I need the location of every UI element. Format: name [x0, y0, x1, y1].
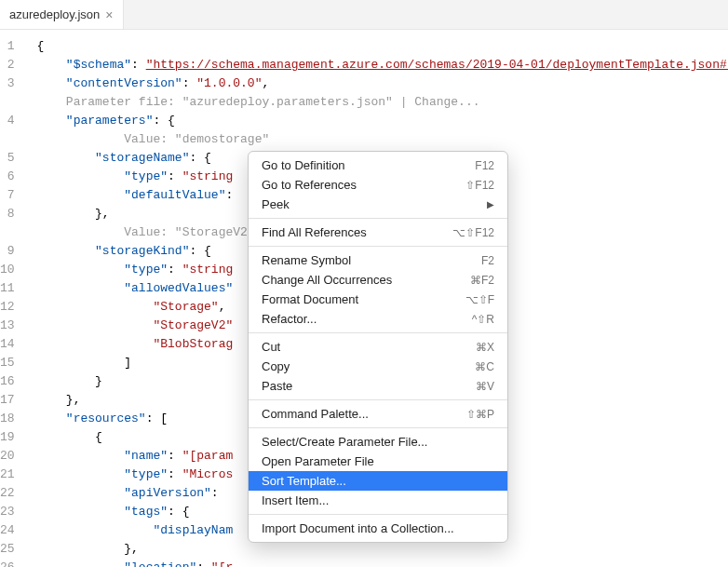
menu-item[interactable]: Peek▶ [249, 195, 507, 214]
menu-item-label: Cut [262, 340, 280, 354]
line-number: 3 [0, 74, 15, 93]
menu-item[interactable]: Command Palette...⇧⌘P [249, 404, 507, 424]
close-icon[interactable]: × [105, 7, 113, 22]
menu-shortcut: ^⇧R [472, 313, 494, 326]
menu-shortcut: F12 [475, 159, 494, 172]
line-number: 20 [0, 447, 15, 466]
menu-item[interactable]: Go to References⇧F12 [249, 175, 507, 195]
menu-item-label: Sort Template... [262, 474, 346, 488]
line-number: 2 [0, 56, 15, 74]
code-line[interactable]: Value: "demostorage" [37, 130, 728, 149]
line-number [0, 130, 15, 149]
menu-separator [249, 218, 507, 219]
line-number: 14 [0, 335, 15, 354]
line-number: 24 [0, 521, 15, 540]
menu-shortcut: ⇧⌘P [466, 408, 494, 421]
menu-shortcut: ⌥⇧F [465, 293, 494, 306]
code-line[interactable]: { [37, 37, 728, 56]
menu-separator [249, 332, 507, 333]
tab-title: azuredeploy.json [9, 7, 100, 21]
menu-item[interactable]: Refactor...^⇧R [249, 309, 507, 329]
menu-item-label: Insert Item... [262, 493, 329, 507]
line-number: 4 [0, 112, 15, 130]
menu-item-label: Rename Symbol [262, 253, 351, 267]
code-line[interactable]: "parameters": { [37, 112, 728, 130]
menu-separator [249, 246, 507, 247]
line-number: 26 [0, 559, 15, 567]
menu-item[interactable]: Select/Create Parameter File... [249, 432, 507, 452]
menu-item[interactable]: Sort Template... [249, 471, 507, 491]
line-number: 19 [0, 428, 15, 447]
tab-azuredeploy[interactable]: azuredeploy.json × [0, 0, 124, 29]
menu-item-label: Refactor... [262, 312, 317, 326]
menu-item[interactable]: Format Document⌥⇧F [249, 290, 507, 309]
line-number: 10 [0, 261, 15, 279]
line-number: 7 [0, 186, 15, 205]
menu-shortcut: ⌘V [476, 380, 494, 393]
line-gutter: 1234567891011121314151617181920212223242… [0, 30, 30, 567]
code-line[interactable]: Parameter file: "azuredeploy.parameters.… [37, 93, 728, 112]
menu-shortcut: ⌘F2 [470, 274, 494, 287]
menu-shortcut: ⌥⇧F12 [452, 226, 494, 239]
menu-item[interactable]: Paste⌘V [249, 376, 507, 396]
tab-bar: azuredeploy.json × [0, 0, 728, 30]
menu-item[interactable]: Cut⌘X [249, 337, 507, 357]
menu-item-label: Paste [262, 379, 292, 393]
menu-item-label: Select/Create Parameter File... [262, 435, 427, 449]
line-number: 8 [0, 205, 15, 223]
menu-item[interactable]: Copy⌘C [249, 357, 507, 376]
menu-item[interactable]: Import Document into a Collection... [249, 519, 507, 538]
line-number: 16 [0, 372, 15, 391]
menu-item-label: Command Palette... [262, 407, 369, 421]
menu-item-label: Format Document [262, 292, 358, 306]
menu-item[interactable]: Open Parameter File [249, 452, 507, 471]
menu-item-label: Go to References [262, 178, 357, 192]
menu-shortcut: ⇧F12 [465, 179, 494, 192]
menu-item-label: Go to Definition [262, 158, 345, 172]
menu-separator [249, 514, 507, 515]
menu-separator [249, 399, 507, 400]
line-number: 9 [0, 242, 15, 261]
menu-shortcut: F2 [481, 254, 494, 267]
line-number: 1 [0, 37, 15, 56]
line-number: 22 [0, 484, 15, 503]
code-line[interactable]: }, [37, 540, 728, 559]
menu-separator [249, 427, 507, 428]
line-number: 25 [0, 540, 15, 559]
menu-item[interactable]: Change All Occurrences⌘F2 [249, 270, 507, 290]
line-number: 15 [0, 354, 15, 372]
menu-item-label: Import Document into a Collection... [262, 521, 454, 535]
menu-item-label: Copy [262, 359, 290, 373]
code-line[interactable]: "location": "[r [37, 559, 728, 567]
line-number: 23 [0, 503, 15, 521]
line-number: 5 [0, 149, 15, 168]
menu-item-label: Find All References [262, 225, 367, 239]
submenu-arrow-icon: ▶ [487, 199, 494, 209]
menu-item-label: Change All Occurrences [262, 273, 392, 287]
code-line[interactable]: "contentVersion": "1.0.0.0", [37, 74, 728, 93]
menu-item[interactable]: Go to DefinitionF12 [249, 155, 507, 175]
menu-shortcut: ⌘X [476, 341, 494, 354]
line-number: 17 [0, 391, 15, 410]
line-number: 21 [0, 466, 15, 484]
menu-item[interactable]: Insert Item... [249, 491, 507, 510]
line-number [0, 223, 15, 242]
code-line[interactable]: "$schema": "https://schema.management.az… [37, 56, 728, 74]
menu-item[interactable]: Find All References⌥⇧F12 [249, 223, 507, 242]
context-menu: Go to DefinitionF12Go to References⇧F12P… [248, 151, 508, 543]
line-number: 13 [0, 317, 15, 335]
line-number [0, 93, 15, 112]
line-number: 6 [0, 168, 15, 186]
menu-shortcut: ⌘C [475, 360, 494, 373]
menu-item[interactable]: Rename SymbolF2 [249, 250, 507, 270]
menu-item-label: Open Parameter File [262, 454, 374, 468]
line-number: 18 [0, 410, 15, 428]
menu-item-label: Peek [262, 197, 290, 211]
line-number: 12 [0, 298, 15, 317]
line-number: 11 [0, 279, 15, 298]
